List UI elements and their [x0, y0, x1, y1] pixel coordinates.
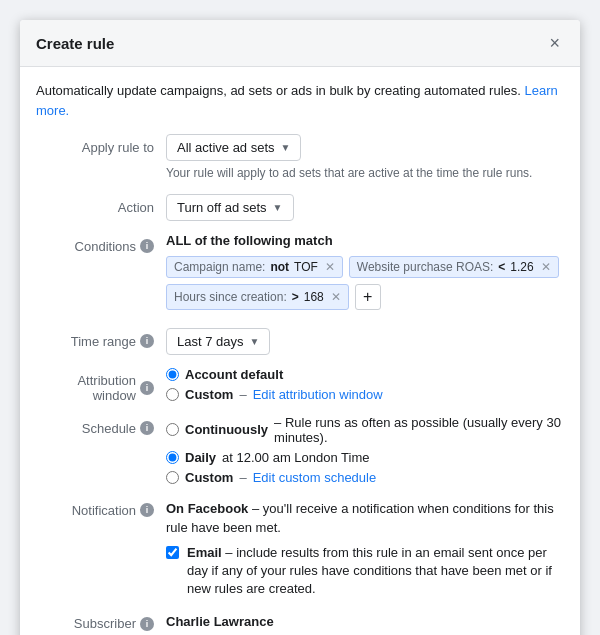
notification-bold: On Facebook — [166, 501, 248, 516]
notification-label: Notification i — [36, 497, 166, 518]
attribution-info-icon: i — [140, 381, 154, 395]
notification-email-checkbox[interactable] — [166, 546, 179, 559]
intro-static: Automatically update campaigns, ad sets … — [36, 83, 521, 98]
attribution-custom-radio[interactable] — [166, 388, 179, 401]
apply-rule-arrow-icon: ▼ — [281, 142, 291, 153]
attribution-custom-row: Custom – Edit attribution window — [166, 387, 564, 402]
attribution-account-default-row: Account default — [166, 367, 564, 382]
attribution-custom-label: Custom — [185, 387, 233, 402]
schedule-options: Continuously – Rule runs as often as pos… — [166, 415, 564, 485]
notification-main-text: On Facebook – you'll receive a notificat… — [166, 499, 564, 538]
condition-tags-row2: Hours since creation: > 168 ✕ + — [166, 284, 564, 310]
notification-row: Notification i On Facebook – you'll rece… — [36, 497, 564, 599]
schedule-custom-radio[interactable] — [166, 471, 179, 484]
schedule-daily-label: Daily — [185, 450, 216, 465]
action-content: Turn off ad sets ▼ — [166, 194, 564, 221]
schedule-daily-desc: at 12.00 am London Time — [222, 450, 369, 465]
schedule-row: Schedule i Continuously – Rule runs as o… — [36, 415, 564, 485]
add-condition-button[interactable]: + — [355, 284, 381, 310]
conditions-info-icon: i — [140, 239, 154, 253]
schedule-label: Schedule i — [36, 415, 166, 436]
schedule-daily-radio[interactable] — [166, 451, 179, 464]
attribution-content: Account default Custom – Edit attributio… — [166, 367, 564, 402]
schedule-continuously-row: Continuously – Rule runs as often as pos… — [166, 415, 564, 445]
action-label: Action — [36, 194, 166, 215]
apply-rule-dropdown[interactable]: All active ad sets ▼ — [166, 134, 301, 161]
remove-tag-roas[interactable]: ✕ — [541, 260, 551, 274]
schedule-continuously-radio[interactable] — [166, 423, 179, 436]
conditions-content: ALL of the following match Campaign name… — [166, 233, 564, 316]
conditions-header: ALL of the following match — [166, 233, 564, 248]
notification-email-text: Email – include results from this rule i… — [187, 544, 564, 599]
subscriber-name: Charlie Lawrance — [166, 610, 564, 629]
time-range-dropdown[interactable]: Last 7 days ▼ — [166, 328, 270, 355]
schedule-content: Continuously – Rule runs as often as pos… — [166, 415, 564, 485]
condition-tag-hours: Hours since creation: > 168 ✕ — [166, 284, 349, 310]
close-button[interactable]: × — [545, 32, 564, 54]
time-range-arrow-icon: ▼ — [250, 336, 260, 347]
subscriber-row: Subscriber i Charlie Lawrance — [36, 610, 564, 631]
condition-tag-campaign: Campaign name: not TOF ✕ — [166, 256, 343, 278]
time-range-content: Last 7 days ▼ — [166, 328, 564, 355]
attribution-options: Account default Custom – Edit attributio… — [166, 367, 564, 402]
apply-rule-row: Apply rule to All active ad sets ▼ Your … — [36, 134, 564, 182]
conditions-label: Conditions i — [36, 233, 166, 254]
action-row: Action Turn off ad sets ▼ — [36, 194, 564, 221]
time-range-row: Time range i Last 7 days ▼ — [36, 328, 564, 355]
create-rule-modal: Create rule × Automatically update campa… — [20, 20, 580, 635]
conditions-row: Conditions i ALL of the following match … — [36, 233, 564, 316]
edit-custom-schedule-link[interactable]: Edit custom schedule — [253, 470, 377, 485]
attribution-account-default-radio[interactable] — [166, 368, 179, 381]
schedule-custom-row: Custom – Edit custom schedule — [166, 470, 564, 485]
time-range-inner: Last 7 days ▼ — [166, 328, 564, 355]
remove-tag-campaign[interactable]: ✕ — [325, 260, 335, 274]
notification-email-row: Email – include results from this rule i… — [166, 544, 564, 599]
schedule-continuously-desc: – Rule runs as often as possible (usuall… — [274, 415, 564, 445]
remove-tag-hours[interactable]: ✕ — [331, 290, 341, 304]
modal-body: Automatically update campaigns, ad sets … — [20, 67, 580, 635]
notification-info-icon: i — [140, 503, 154, 517]
apply-rule-label: Apply rule to — [36, 134, 166, 155]
subscriber-label: Subscriber i — [36, 610, 166, 631]
action-arrow-icon: ▼ — [273, 202, 283, 213]
apply-rule-content: All active ad sets ▼ Your rule will appl… — [166, 134, 564, 182]
modal-title: Create rule — [36, 35, 114, 52]
time-range-info-icon: i — [140, 334, 154, 348]
attribution-label: Attribution window i — [36, 367, 166, 403]
condition-tag-roas: Website purchase ROAS: < 1.26 ✕ — [349, 256, 559, 278]
intro-text: Automatically update campaigns, ad sets … — [36, 81, 564, 120]
schedule-custom-label: Custom — [185, 470, 233, 485]
apply-rule-helper: Your rule will apply to ad sets that are… — [166, 165, 564, 182]
schedule-info-icon: i — [140, 421, 154, 435]
schedule-continuously-label: Continuously — [185, 422, 268, 437]
action-dropdown[interactable]: Turn off ad sets ▼ — [166, 194, 294, 221]
modal-header: Create rule × — [20, 20, 580, 67]
notification-content: On Facebook – you'll receive a notificat… — [166, 497, 564, 599]
edit-attribution-link[interactable]: Edit attribution window — [253, 387, 383, 402]
attribution-row: Attribution window i Account default Cus… — [36, 367, 564, 403]
subscriber-info-icon: i — [140, 617, 154, 631]
condition-tags: Campaign name: not TOF ✕ Website purchas… — [166, 256, 564, 278]
notification-section: On Facebook – you'll receive a notificat… — [166, 497, 564, 599]
attribution-account-default-label: Account default — [185, 367, 283, 382]
schedule-daily-row: Daily at 12.00 am London Time — [166, 450, 564, 465]
time-range-label: Time range i — [36, 328, 166, 349]
subscriber-content: Charlie Lawrance — [166, 610, 564, 629]
